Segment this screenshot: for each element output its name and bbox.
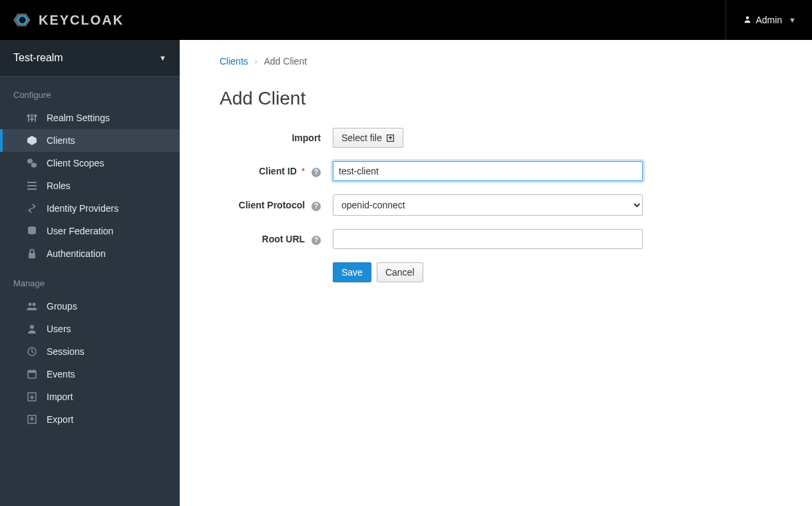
svg-marker-13 <box>31 162 37 168</box>
svg-rect-24 <box>28 371 36 373</box>
main-content: Clients › Add Client Add Client Import S… <box>180 40 812 506</box>
svg-rect-14 <box>27 182 37 183</box>
svg-rect-7 <box>27 115 31 117</box>
sidebar-item-label: Client Scopes <box>47 158 104 168</box>
import-label: Import <box>292 132 321 143</box>
sidebar-item-clients[interactable]: Clients <box>0 129 180 152</box>
sliders-icon <box>27 113 37 123</box>
svg-rect-4 <box>28 114 29 122</box>
cube-icon <box>27 135 37 146</box>
client-protocol-select[interactable]: openid-connect <box>333 194 643 216</box>
sidebar-item-label: Realm Settings <box>47 113 110 123</box>
form-row-client-id: Client ID * ? <box>220 161 812 181</box>
sidebar-item-label: Events <box>47 369 75 380</box>
sidebar-item-label: Sessions <box>47 346 85 357</box>
form-row-actions: Save Cancel <box>220 262 812 282</box>
root-url-input[interactable] <box>333 229 643 249</box>
sidebar-item-realm-settings[interactable]: Realm Settings <box>0 107 180 129</box>
import-icon <box>386 134 395 142</box>
help-icon[interactable]: ? <box>311 202 321 211</box>
client-id-label: Client ID <box>259 166 297 176</box>
svg-point-20 <box>33 303 36 306</box>
sidebar-item-label: Users <box>47 324 71 334</box>
sidebar-item-label: Authentication <box>47 248 106 259</box>
sidebar-item-label: User Federation <box>47 226 113 236</box>
database-icon <box>27 226 37 236</box>
brand-logo[interactable]: KEYCLOAK <box>13 12 124 28</box>
svg-rect-15 <box>27 185 37 186</box>
svg-point-21 <box>30 325 34 329</box>
client-id-input[interactable] <box>333 161 643 181</box>
svg-rect-16 <box>27 188 37 190</box>
svg-point-3 <box>746 17 749 20</box>
sidebar-item-identity-providers[interactable]: Identity Providers <box>0 197 180 220</box>
user-menu[interactable]: Admin ▼ <box>725 0 796 40</box>
sidebar-item-label: Import <box>47 391 73 402</box>
realm-selector[interactable]: Test-realm ▼ <box>0 40 180 77</box>
sidebar-item-client-scopes[interactable]: Client Scopes <box>0 152 180 174</box>
sidebar-item-groups[interactable]: Groups <box>0 295 180 318</box>
user-icon <box>27 324 37 334</box>
swap-icon <box>27 203 37 214</box>
list-icon <box>27 180 37 191</box>
sidebar-item-roles[interactable]: Roles <box>0 174 180 197</box>
help-icon[interactable]: ? <box>311 236 321 245</box>
sidebar-item-label: Roles <box>47 180 71 191</box>
cancel-button[interactable]: Cancel <box>377 262 423 282</box>
sidebar-item-export[interactable]: Export <box>0 408 180 431</box>
chevron-down-icon: ▼ <box>789 16 796 24</box>
sidebar-item-users[interactable]: Users <box>0 318 180 340</box>
sidebar-item-user-federation[interactable]: User Federation <box>0 220 180 242</box>
sidebar-item-label: Export <box>47 414 73 425</box>
lock-icon <box>27 248 37 259</box>
sidebar-item-import[interactable]: Import <box>0 385 180 408</box>
breadcrumb: Clients › Add Client <box>220 56 812 67</box>
select-file-button-label: Select file <box>341 132 382 143</box>
page-title: Add Client <box>220 88 812 109</box>
svg-rect-18 <box>29 253 35 258</box>
clock-icon <box>27 346 37 357</box>
sidebar-item-sessions[interactable]: Sessions <box>0 340 180 363</box>
breadcrumb-separator-icon: › <box>255 57 258 65</box>
sidebar-item-label: Groups <box>47 301 77 312</box>
svg-rect-8 <box>30 119 34 120</box>
svg-rect-5 <box>31 114 33 122</box>
realm-name: Test-realm <box>13 52 63 64</box>
sidebar-item-events[interactable]: Events <box>0 363 180 385</box>
client-protocol-label: Client Protocol <box>239 200 305 210</box>
chevron-down-icon: ▼ <box>159 54 166 62</box>
users-icon <box>27 301 37 312</box>
sidebar-section-manage: Manage <box>0 265 180 295</box>
sidebar-item-label: Clients <box>47 135 75 146</box>
sidebar-section-configure: Configure <box>0 77 180 107</box>
root-url-label: Root URL <box>262 234 305 244</box>
import-icon <box>27 391 37 402</box>
cubes-icon <box>27 158 37 168</box>
svg-rect-26 <box>33 370 35 372</box>
svg-rect-25 <box>29 370 31 372</box>
breadcrumb-current: Add Client <box>264 56 307 67</box>
svg-rect-9 <box>33 115 37 117</box>
svg-marker-12 <box>27 158 33 164</box>
save-button[interactable]: Save <box>333 262 371 282</box>
calendar-icon <box>27 369 37 380</box>
sidebar-item-label: Identity Providers <box>47 203 118 214</box>
form-row-client-protocol: Client Protocol ? openid-connect <box>220 194 812 216</box>
svg-rect-6 <box>35 114 36 122</box>
brand-name: KEYCLOAK <box>39 13 124 28</box>
keycloak-logo-icon <box>13 12 35 28</box>
svg-point-19 <box>29 303 32 306</box>
user-name: Admin <box>755 15 782 25</box>
breadcrumb-parent-link[interactable]: Clients <box>220 56 248 67</box>
help-icon[interactable]: ? <box>311 168 321 177</box>
select-file-button[interactable]: Select file <box>333 128 403 148</box>
form-row-root-url: Root URL ? <box>220 229 812 249</box>
user-icon <box>743 15 751 23</box>
form-row-import: Import Select file <box>220 128 812 148</box>
sidebar: Test-realm ▼ Configure Realm Settings Cl… <box>0 40 180 506</box>
export-icon <box>27 414 37 425</box>
sidebar-item-authentication[interactable]: Authentication <box>0 242 180 265</box>
topbar: KEYCLOAK Admin ▼ <box>0 0 812 40</box>
required-marker: * <box>302 166 305 176</box>
